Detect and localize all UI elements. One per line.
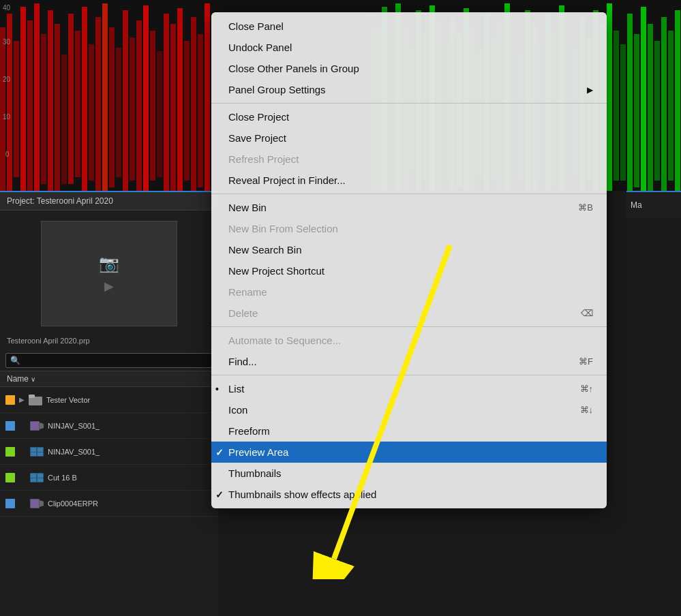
- svg-rect-6: [27, 20, 33, 191]
- item-type-icon: [30, 419, 44, 433]
- svg-text:30: 30: [3, 38, 11, 46]
- menu-label: Find...: [228, 356, 565, 367]
- menu-label: Undock Panel: [228, 42, 593, 53]
- menu-label: Save Project: [228, 132, 593, 144]
- menu-label: Delete: [228, 307, 567, 319]
- svg-rect-19: [116, 48, 121, 177]
- menu-label: Close Panel: [228, 20, 593, 32]
- menu-item-icon[interactable]: Icon⌘↓: [211, 399, 607, 420]
- menu-item-find[interactable]: Find...⌘F: [211, 351, 607, 372]
- item-name-label: Tester Vector: [46, 396, 213, 404]
- item-name-label: NINJAV_S001_: [48, 422, 213, 430]
- project-filename: Testerooni April 2020.prp: [0, 337, 218, 350]
- expand-arrow-icon[interactable]: ▶: [19, 396, 25, 403]
- menu-item-new-bin[interactable]: New Bin⌘B: [211, 197, 607, 218]
- color-label: [5, 421, 15, 431]
- color-label: [5, 499, 15, 508]
- search-bar[interactable]: 🔍: [0, 350, 218, 371]
- svg-rect-80: [675, 10, 680, 191]
- svg-rect-4: [14, 41, 19, 177]
- menu-label: Panel Group Settings: [228, 84, 587, 95]
- menu-label: Thumbnails: [228, 467, 593, 479]
- search-input[interactable]: [23, 356, 208, 365]
- menu-label: New Project Shortcut: [228, 265, 593, 277]
- svg-rect-77: [654, 41, 660, 181]
- svg-rect-25: [157, 51, 162, 177]
- check-icon: ✓: [215, 489, 224, 500]
- item-type-icon: [30, 445, 44, 459]
- menu-item-thumbnails[interactable]: Thumbnails: [211, 463, 607, 484]
- item-name-label: NINJAV_S001_: [48, 448, 213, 456]
- shortcut-label: ⌘↓: [580, 405, 594, 415]
- menu-item-freeform[interactable]: Freeform: [211, 420, 607, 442]
- list-item[interactable]: NINJAV_S001_: [0, 439, 218, 465]
- menu-label: Freeform: [228, 425, 593, 437]
- menu-item-preview-area[interactable]: ✓Preview Area: [211, 442, 607, 463]
- svg-rect-98: [37, 474, 43, 478]
- svg-rect-95: [37, 452, 43, 456]
- menu-label: Thumbnails show effects applied: [228, 489, 593, 500]
- search-icon: 🔍: [10, 356, 20, 365]
- list-item[interactable]: NINJAV_S001_: [0, 413, 218, 439]
- menu-item-list[interactable]: •List⌘↑: [211, 378, 607, 399]
- svg-rect-12: [68, 14, 74, 184]
- menu-item-new-search-bin[interactable]: New Search Bin: [211, 239, 607, 260]
- project-thumbnail: 📷 ▶: [41, 221, 177, 326]
- menu-separator: [211, 326, 607, 327]
- svg-rect-103: [31, 499, 39, 508]
- menu-item-refresh-project: Refresh Project: [211, 149, 607, 170]
- item-type-icon: [30, 471, 44, 484]
- check-icon: ✓: [215, 447, 224, 458]
- right-panel-label: Ma: [631, 200, 642, 210]
- svg-rect-8: [41, 34, 46, 184]
- menu-separator: [211, 103, 607, 104]
- menu-item-undock-panel[interactable]: Undock Panel: [211, 37, 607, 58]
- item-type-icon: [30, 497, 44, 510]
- svg-rect-79: [668, 31, 674, 181]
- svg-rect-93: [37, 448, 43, 452]
- svg-rect-23: [143, 5, 149, 191]
- svg-text:40: 40: [3, 4, 11, 12]
- shortcut-label: ⌘↑: [580, 384, 594, 394]
- list-item[interactable]: Cut 16 B: [0, 465, 218, 491]
- svg-rect-90: [31, 422, 39, 430]
- menu-item-panel-group-settings[interactable]: Panel Group Settings▶: [211, 79, 607, 100]
- menu-label: Close Other Panels in Group: [228, 63, 593, 74]
- menu-label: Reveal Project in Finder...: [228, 174, 593, 186]
- svg-rect-26: [164, 14, 169, 191]
- menu-item-save-project[interactable]: Save Project: [211, 127, 607, 149]
- svg-rect-31: [198, 34, 203, 187]
- list-item[interactable]: ▶ Tester Vector: [0, 387, 218, 413]
- svg-rect-15: [89, 44, 94, 181]
- menu-label: Refresh Project: [228, 153, 593, 165]
- project-title: Project: Testerooni April 2020: [7, 196, 113, 206]
- menu-item-new-project-shortcut[interactable]: New Project Shortcut: [211, 260, 607, 281]
- menu-label: Icon: [228, 404, 566, 416]
- camera-icon: 📷: [99, 254, 119, 273]
- list-item[interactable]: Clip0004ERPR: [0, 491, 218, 517]
- project-list: ▶ Tester Vector NINJAV_S001_ NINJAV_S001…: [0, 387, 218, 517]
- menu-item-close-project[interactable]: Close Project: [211, 106, 607, 127]
- svg-rect-27: [170, 24, 176, 191]
- column-header: Name ∨: [0, 371, 218, 387]
- menu-item-automate-to-sequence: Automate to Sequence...: [211, 330, 607, 351]
- menu-item-close-panel[interactable]: Close Panel: [211, 16, 607, 37]
- svg-rect-14: [82, 7, 87, 191]
- menu-separator: [211, 194, 607, 194]
- svg-rect-75: [641, 7, 646, 191]
- menu-item-thumbnails-show-effects[interactable]: ✓Thumbnails show effects applied: [211, 484, 607, 505]
- svg-rect-99: [31, 478, 36, 482]
- svg-rect-70: [607, 3, 612, 191]
- svg-rect-87: [29, 395, 35, 398]
- menu-item-close-other-panels[interactable]: Close Other Panels in Group: [211, 58, 607, 79]
- svg-rect-17: [102, 3, 108, 191]
- menu-item-reveal-in-finder[interactable]: Reveal Project in Finder...: [211, 170, 607, 191]
- svg-rect-11: [61, 55, 67, 184]
- svg-text:10: 10: [3, 113, 11, 121]
- sort-arrow-icon: ∨: [31, 375, 35, 383]
- svg-rect-5: [20, 7, 26, 191]
- svg-rect-97: [31, 474, 36, 478]
- svg-rect-10: [55, 24, 60, 191]
- svg-rect-13: [75, 31, 80, 177]
- menu-item-rename: Rename: [211, 281, 607, 303]
